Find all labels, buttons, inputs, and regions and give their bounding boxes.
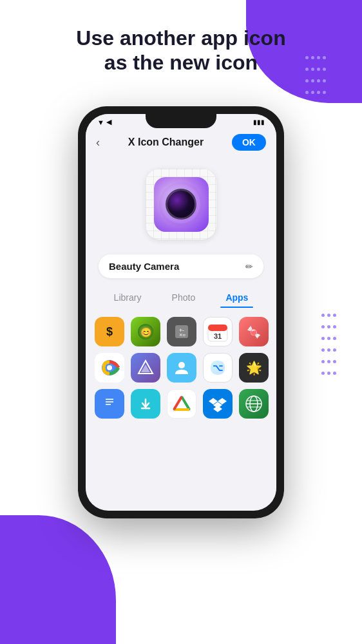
download-icon: [136, 394, 155, 413]
app-icon-chrome[interactable]: [95, 353, 124, 383]
dots-decoration-right: [320, 309, 359, 386]
app-icon-earth[interactable]: [239, 389, 269, 419]
list-item[interactable]: + - × =: [167, 317, 196, 346]
svg-text:🌟: 🌟: [246, 360, 262, 375]
svg-text:⌥: ⌥: [213, 363, 223, 373]
icon-grid-background: [146, 169, 216, 240]
app-icon-arc[interactable]: ⌥: [203, 353, 233, 383]
app-icon-calculator[interactable]: + - × =: [167, 317, 196, 346]
phone-screen: ▼ ◀ 12:30 ▮▮▮ ‹ X Icon Changer OK: [86, 114, 276, 511]
app-name-section: Beauty Camera ✏: [86, 249, 276, 283]
app-icon-calendar[interactable]: 31: [203, 317, 233, 346]
app-icon-candy[interactable]: 🍬: [239, 317, 269, 346]
app-icon-game[interactable]: 😊: [131, 317, 160, 346]
tab-apps[interactable]: Apps: [220, 290, 253, 305]
wifi-icon: ▼: [97, 118, 104, 126]
tab-library[interactable]: Library: [109, 290, 147, 305]
svg-rect-23: [106, 401, 113, 402]
app-icon-dollar[interactable]: $: [95, 317, 124, 346]
calendar-icon: 31: [207, 321, 229, 343]
app-icon-abstract[interactable]: [131, 353, 160, 383]
earth-icon: [244, 394, 263, 413]
list-item[interactable]: [95, 353, 124, 383]
svg-rect-9: [208, 325, 227, 331]
app-name-bar: Beauty Camera ✏: [99, 254, 263, 278]
tabs-container: Library Photo Apps: [86, 283, 276, 309]
nav-bar: ‹ X Icon Changer OK: [86, 129, 276, 156]
camera-lens: [166, 189, 196, 220]
icon-preview-area: [86, 156, 276, 249]
svg-point-15: [107, 365, 112, 370]
svg-marker-31: [213, 406, 222, 412]
edit-icon[interactable]: ✏: [245, 261, 253, 272]
docs-icon: [100, 393, 119, 414]
status-right: ▮▮▮: [253, 118, 265, 126]
svg-point-18: [178, 362, 185, 368]
svg-rect-24: [106, 404, 111, 405]
list-item[interactable]: [95, 389, 124, 419]
phone-frame: ▼ ◀ 12:30 ▮▮▮ ‹ X Icon Changer OK: [78, 106, 284, 518]
chrome-icon: [99, 357, 120, 379]
app-icon-dropbox[interactable]: [203, 389, 233, 419]
app-icon-preview: [154, 177, 209, 232]
dropbox-icon: [208, 394, 227, 413]
list-item[interactable]: [239, 389, 269, 419]
phone-wrapper: ▼ ◀ 12:30 ▮▮▮ ‹ X Icon Changer OK: [78, 106, 284, 518]
calculator-icon: + - × =: [173, 323, 190, 340]
list-item[interactable]: $: [95, 317, 124, 346]
app-name-text: Beauty Camera: [109, 261, 179, 272]
headline-line1: Use another app icon: [76, 26, 285, 50]
arc-icon: ⌥: [207, 357, 229, 379]
app-icon-download[interactable]: [131, 389, 160, 419]
abstract-icon: [136, 358, 155, 377]
back-button[interactable]: ‹: [96, 136, 100, 149]
headline-line2: as the new icon: [104, 51, 258, 74]
list-item[interactable]: 🍬: [239, 317, 269, 346]
list-item[interactable]: 😊: [131, 317, 160, 346]
tab-photo[interactable]: Photo: [167, 290, 201, 305]
list-item[interactable]: [203, 389, 233, 419]
contacts-icon: [172, 358, 191, 377]
svg-text:😊: 😊: [140, 327, 152, 338]
list-item[interactable]: 31: [203, 317, 233, 346]
game-icon: 😊: [136, 322, 155, 341]
nav-title: X Icon Changer: [128, 137, 204, 148]
battery-icon: ▮▮▮: [253, 118, 265, 126]
list-item[interactable]: 🌟: [239, 353, 269, 383]
svg-text:$: $: [106, 325, 113, 338]
headline: Use another app icon as the new icon: [26, 26, 336, 75]
phone-notch: [146, 114, 216, 128]
list-item[interactable]: [131, 353, 160, 383]
signal-icon: ◀: [106, 118, 111, 126]
apps-grid: $ 😊: [86, 309, 276, 426]
svg-text:🍬: 🍬: [247, 325, 262, 339]
svg-rect-22: [106, 399, 113, 400]
status-left: ▼ ◀: [97, 118, 111, 126]
svg-text:=: =: [182, 332, 186, 338]
list-item[interactable]: ⌥: [203, 353, 233, 383]
drive-icon: [171, 394, 192, 413]
bg-blob-bottom-left: [0, 515, 116, 644]
app-icon-drive[interactable]: [167, 389, 196, 419]
candy-icon: 🍬: [244, 322, 263, 341]
app-icon-contacts[interactable]: [167, 353, 196, 383]
list-item[interactable]: [167, 353, 196, 383]
header-section: Use another app icon as the new icon: [0, 26, 362, 75]
list-item[interactable]: [167, 389, 196, 419]
app-icon-star[interactable]: 🌟: [239, 353, 269, 383]
app-icon-docs[interactable]: [95, 389, 124, 419]
list-item[interactable]: [131, 389, 160, 419]
ok-button[interactable]: OK: [232, 134, 266, 151]
svg-text:31: 31: [214, 332, 222, 340]
star-icon: 🌟: [244, 358, 263, 377]
dollar-icon: $: [100, 323, 119, 341]
